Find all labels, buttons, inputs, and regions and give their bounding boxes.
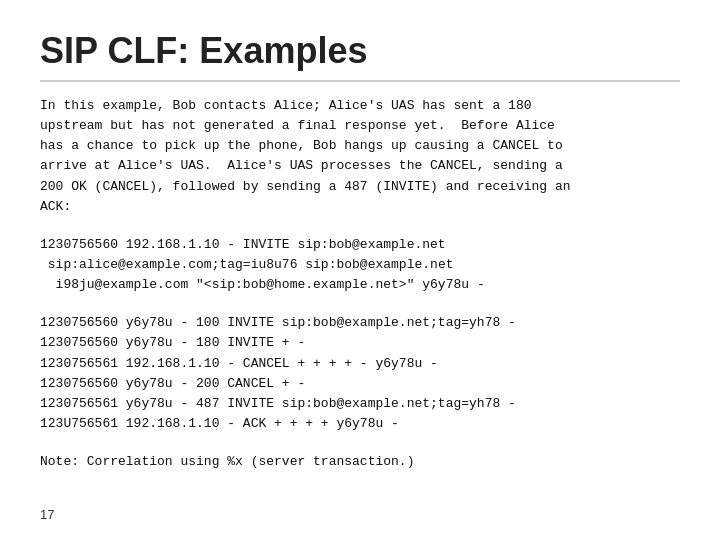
code-block-1: 1230756560 192.168.1.10 - INVITE sip:bob…: [40, 235, 680, 295]
slide-title: SIP CLF: Examples: [40, 30, 680, 72]
description-text: In this example, Bob contacts Alice; Ali…: [40, 96, 680, 217]
page-number: 17: [40, 507, 54, 522]
slide-container: SIP CLF: Examples In this example, Bob c…: [0, 0, 720, 540]
title-divider: [40, 80, 680, 82]
code-block-2: 1230756560 y6y78u - 100 INVITE sip:bob@e…: [40, 313, 680, 434]
note-text: Note: Correlation using %x (server trans…: [40, 452, 680, 472]
